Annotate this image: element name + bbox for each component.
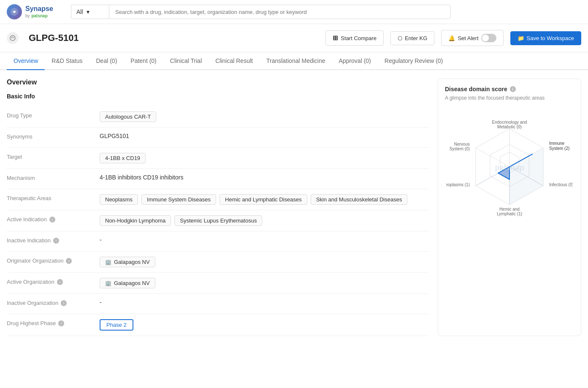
search-type-label: All [76, 8, 83, 15]
tag[interactable]: Non-Hodgkin Lymphoma [100, 215, 171, 226]
save-workspace-button[interactable]: 📁 Save to Workspace [510, 31, 581, 45]
info-row: Therapeutic AreasNeoplasmsImmune System … [7, 189, 429, 210]
svg-text:patsnap: patsnap [495, 163, 524, 172]
kg-icon: ⬡ [398, 35, 402, 41]
tag[interactable]: Neoplasms [100, 194, 138, 205]
set-alert-button[interactable]: 🔔 Set Alert [441, 30, 503, 46]
field-label: Therapeutic Areas [7, 194, 100, 201]
dash-value: - [100, 236, 102, 243]
logo-icon[interactable] [7, 4, 22, 19]
tag[interactable]: Hemic and Lymphatic Diseases [219, 194, 307, 205]
logo-text: Synapse by patsnap [25, 5, 53, 19]
header: Synapse by patsnap All ▾ [0, 0, 588, 24]
disease-domain-panel: Disease domain score i A glimpse into th… [438, 79, 581, 336]
info-rows: Drug TypeAutologous CAR-TSynonymsGLPG510… [7, 106, 429, 336]
search-input[interactable] [109, 5, 451, 19]
svg-text:Hemic and: Hemic and [499, 207, 520, 212]
info-row: Mechanism4-1BB inhibitors CD19 inhibitor… [7, 169, 429, 189]
org-tag[interactable]: 🏢Galapagos NV [100, 278, 155, 288]
search-type-dropdown[interactable]: All ▾ [71, 5, 109, 19]
field-value: Autologous CAR-T [100, 111, 429, 122]
field-value: 🏢Galapagos NV [100, 278, 429, 288]
start-compare-button[interactable]: ⊞ Start Compare [325, 30, 384, 46]
field-label: Inactive Organizationi [7, 299, 100, 306]
set-alert-label: Set Alert [458, 35, 478, 41]
enter-kg-label: Enter KG [405, 35, 427, 41]
tab-approval--0-[interactable]: Approval (0) [332, 52, 378, 70]
disease-panel-subtitle: A glimpse into the focused therapeutic a… [445, 95, 574, 101]
org-tag[interactable]: 🏢Galapagos NV [100, 257, 155, 267]
tab-clinical-result[interactable]: Clinical Result [209, 52, 260, 70]
disease-panel-title: Disease domain score i [445, 86, 574, 92]
field-label: Originator Organizationi [7, 257, 100, 264]
field-label: Inactive Indicationi [7, 236, 100, 244]
logo-by-patsnap: by patsnap [25, 12, 53, 19]
main-content: Overview Basic Info Drug TypeAutologous … [0, 70, 588, 345]
enter-kg-button[interactable]: ⬡ Enter KG [390, 31, 434, 45]
field-text: 4-1BB inhibitors CD19 inhibitors [100, 174, 183, 181]
svg-text:Nervous: Nervous [454, 142, 470, 147]
drug-actions: ⊞ Start Compare ⬡ Enter KG 🔔 Set Alert 📁… [325, 30, 581, 46]
save-icon: 📁 [518, 35, 524, 41]
disease-info-icon[interactable]: i [510, 86, 516, 92]
info-icon[interactable]: i [57, 279, 63, 285]
field-label: Drug Highest Phasei [7, 319, 100, 326]
field-label: Mechanism [7, 174, 100, 181]
tab-overview[interactable]: Overview [7, 52, 45, 70]
search-area: All ▾ [71, 5, 451, 19]
svg-text:Lymphatic (1): Lymphatic (1) [497, 212, 522, 216]
field-value: - [100, 236, 429, 243]
subsection-title: Basic Info [7, 93, 429, 100]
tag[interactable]: Systemic Lupus Erythematosus [174, 215, 262, 226]
drug-name: GLPG-5101 [29, 33, 79, 43]
disease-panel-title-text: Disease domain score [445, 86, 507, 92]
field-text: GLPG5101 [100, 133, 129, 139]
org-icon: 🏢 [105, 280, 111, 286]
phase-badge: Phase 2 [100, 319, 133, 331]
info-row: SynonymsGLPG5101 [7, 128, 429, 148]
info-icon[interactable]: i [66, 258, 72, 264]
field-value: 4-1BB inhibitors CD19 inhibitors [100, 174, 429, 181]
svg-text:System (2): System (2) [549, 146, 569, 151]
svg-marker-12 [509, 148, 543, 205]
svg-text:Infectious (0): Infectious (0) [549, 182, 573, 187]
svg-text:Neoplasms (1): Neoplasms (1) [446, 182, 470, 187]
svg-text:Endocrinology and: Endocrinology and [492, 120, 527, 125]
svg-text:Metabolic (0): Metabolic (0) [497, 125, 522, 129]
tab-patent--0-[interactable]: Patent (0) [124, 52, 163, 70]
info-icon[interactable]: i [53, 238, 59, 244]
field-value: Non-Hodgkin LymphomaSystemic Lupus Eryth… [100, 215, 429, 226]
info-row: Inactive Indicationi- [7, 231, 429, 252]
org-name: Galapagos NV [114, 280, 150, 286]
overview-panel: Overview Basic Info Drug TypeAutologous … [7, 79, 429, 336]
chevron-down-icon: ▾ [87, 8, 89, 15]
logo-synapse-label: Synapse [25, 5, 53, 13]
field-label: Active Organizationi [7, 278, 100, 285]
field-label: Synonyms [7, 133, 100, 140]
tag[interactable]: 4-1BB x CD19 [100, 153, 146, 163]
tag[interactable]: Immune System Diseases [141, 194, 216, 205]
info-icon[interactable]: i [58, 320, 64, 326]
info-row: Target4-1BB x CD19 [7, 148, 429, 169]
alert-toggle[interactable] [481, 34, 496, 42]
tab-regulatory-review--0-[interactable]: Regulatory Review (0) [378, 52, 450, 70]
tab-translational-medicine[interactable]: Translational Medicine [260, 52, 332, 70]
tag[interactable]: Autologous CAR-T [100, 111, 156, 122]
field-label: Active Indicationi [7, 215, 100, 222]
save-workspace-label: Save to Workspace [527, 35, 574, 41]
info-icon[interactable]: i [61, 300, 67, 306]
tag[interactable]: Skin and Musculoskeletal Diseases [311, 194, 408, 205]
tab-clinical-trial[interactable]: Clinical Trial [163, 52, 209, 70]
tab-r&d-status[interactable]: R&D Status [45, 52, 89, 70]
info-row: Drug TypeAutologous CAR-T [7, 106, 429, 128]
info-row: Originator Organizationi🏢Galapagos NV [7, 252, 429, 273]
svg-text:Immune: Immune [549, 141, 565, 146]
dash-value: - [100, 299, 102, 306]
info-icon[interactable]: i [49, 217, 55, 222]
info-row: Drug Highest PhaseiPhase 2 [7, 314, 429, 336]
org-name: Galapagos NV [114, 259, 150, 265]
info-row: Active Organizationi🏢Galapagos NV [7, 273, 429, 294]
tab-deal--0-[interactable]: Deal (0) [89, 52, 124, 70]
field-value: 4-1BB x CD19 [100, 153, 429, 163]
field-label: Target [7, 153, 100, 160]
